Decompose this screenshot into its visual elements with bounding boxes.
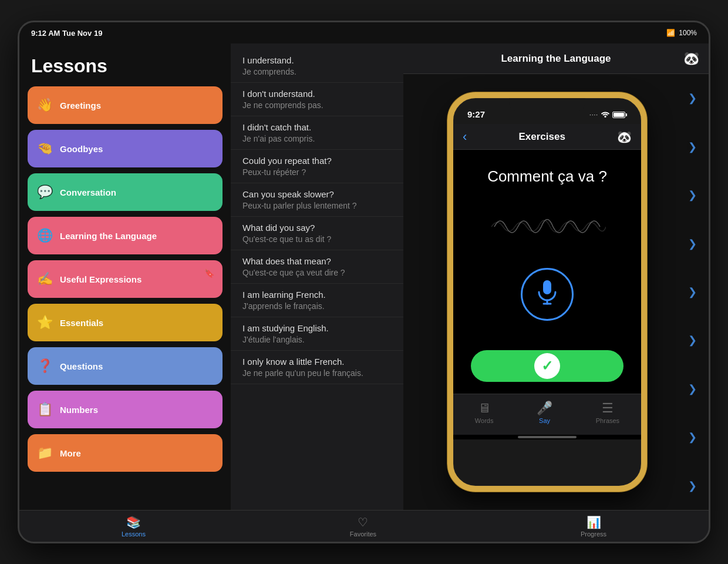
ipad-status-bar: 9:12 AM Tue Nov 19 📶 100% bbox=[19, 22, 709, 43]
checkmark-icon: ✓ bbox=[541, 358, 553, 374]
panda-icon: 🐼 bbox=[683, 51, 699, 66]
phrase-english: Could you repeat that? bbox=[242, 156, 392, 166]
iphone-status-icons: ···· bbox=[589, 110, 627, 119]
lesson-label-conversation: Conversation bbox=[60, 187, 116, 197]
sidebar-title: Lessons bbox=[19, 43, 231, 86]
phrase-pair: I only know a little French. Je ne parle… bbox=[231, 351, 403, 384]
iphone-notch bbox=[509, 98, 585, 112]
phrase-french: J'étudie l'anglais. bbox=[242, 335, 392, 344]
nav-arrow-3[interactable]: ❯ bbox=[688, 189, 697, 202]
iphone-tab-bar: 🖥 Words 🎤 Say ☰ Phrases bbox=[453, 394, 641, 435]
lesson-label-numbers: Numbers bbox=[60, 405, 98, 415]
iphone-time: 9:27 bbox=[467, 109, 485, 119]
ipad-frame: 9:12 AM Tue Nov 19 📶 100% Lessons 👋 Gree… bbox=[18, 21, 710, 543]
mic-button[interactable] bbox=[521, 268, 574, 321]
phrase-english: I am studying English. bbox=[242, 323, 392, 333]
lesson-card-greetings[interactable]: 👋 Greetings bbox=[28, 86, 223, 124]
phrase-english: I don't understand. bbox=[242, 89, 392, 99]
iphone-tab-words[interactable]: 🖥 Words bbox=[475, 401, 494, 424]
iphone-home-indicator bbox=[453, 435, 641, 439]
phrase-french: Je comprends. bbox=[242, 67, 392, 76]
home-bar bbox=[518, 436, 577, 438]
iphone-tab-icon-words: 🖥 bbox=[478, 401, 491, 416]
iphone-tab-say[interactable]: 🎤 Say bbox=[537, 401, 552, 424]
bookmark-icon-useful: 🔖 bbox=[204, 268, 214, 278]
phrase-pair: What does that mean? Qu'est-ce que ça ve… bbox=[231, 250, 403, 284]
iphone-tab-icon-phrases: ☰ bbox=[602, 401, 614, 416]
iphone-nav-title: Exercises bbox=[518, 131, 565, 143]
sound-wave bbox=[488, 209, 606, 244]
ipad-tab-favorites[interactable]: ♡ Favorites bbox=[350, 515, 376, 538]
ipad-tab-icon-progress: 📊 bbox=[587, 515, 601, 529]
iphone-wifi-icon bbox=[601, 110, 610, 119]
phrase-english: I didn't catch that. bbox=[242, 122, 392, 132]
nav-arrow-5[interactable]: ❯ bbox=[688, 286, 697, 298]
nav-arrow-6[interactable]: ❯ bbox=[688, 334, 697, 347]
phrase-pair: I didn't catch that. Je n'ai pas compris… bbox=[231, 116, 403, 150]
lesson-icon-questions: ❓ bbox=[37, 358, 53, 374]
phrase-english: Can you speak slower? bbox=[242, 189, 392, 199]
phrase-french: Peux-tu répéter ? bbox=[242, 167, 392, 177]
sidebar: Lessons 👋 Greetings 🤏 Goodbyes 💬 Convers… bbox=[19, 43, 231, 510]
lesson-card-questions[interactable]: ❓ Questions bbox=[28, 347, 223, 385]
phrase-english: I am learning French. bbox=[242, 290, 392, 300]
lesson-card-conversation[interactable]: 💬 Conversation bbox=[28, 173, 223, 211]
lesson-card-learning[interactable]: 🌐 Learning the Language bbox=[28, 217, 223, 254]
lesson-label-learning: Learning the Language bbox=[60, 231, 157, 241]
right-nav-arrows: ❯ ❯ ❯ ❯ ❯ ❯ ❯ ❯ ❯ bbox=[682, 74, 703, 510]
iphone-nav: ‹ Exercises 🐼 bbox=[453, 124, 641, 150]
nav-arrow-2[interactable]: ❯ bbox=[688, 140, 697, 153]
lesson-icon-greetings: 👋 bbox=[37, 98, 53, 113]
mic-icon bbox=[537, 279, 558, 310]
phrase-french: Peux-tu parler plus lentement ? bbox=[242, 201, 392, 210]
phone-area: 9:27 ···· bbox=[403, 74, 709, 510]
phrase-french: Qu'est-ce que tu as dit ? bbox=[242, 234, 392, 244]
lesson-card-numbers[interactable]: 📋 Numbers bbox=[28, 391, 223, 428]
lesson-label-goodbyes: Goodbyes bbox=[60, 144, 103, 154]
iphone-frame: 9:27 ···· bbox=[447, 92, 647, 492]
ipad-main-content: Lessons 👋 Greetings 🤏 Goodbyes 💬 Convers… bbox=[19, 43, 709, 510]
ipad-tab-progress[interactable]: 📊 Progress bbox=[581, 515, 606, 538]
phrase-pair: Could you repeat that? Peux-tu répéter ? bbox=[231, 150, 403, 183]
nav-arrow-7[interactable]: ❯ bbox=[688, 382, 697, 395]
ipad-tab-bar: 📚 Lessons ♡ Favorites 📊 Progress bbox=[19, 510, 709, 542]
lesson-card-goodbyes[interactable]: 🤏 Goodbyes bbox=[28, 130, 223, 167]
success-check-circle: ✓ bbox=[534, 353, 560, 379]
iphone-signal-icon: ···· bbox=[589, 112, 598, 118]
ipad-tab-label-favorites: Favorites bbox=[350, 531, 376, 538]
phrase-english: I only know a little French. bbox=[242, 357, 392, 367]
lesson-card-essentials[interactable]: ⭐ Essentials bbox=[28, 304, 223, 341]
phrase-french: Je n'ai pas compris. bbox=[242, 134, 392, 143]
lesson-icon-goodbyes: 🤏 bbox=[37, 141, 53, 156]
lesson-icon-conversation: 💬 bbox=[37, 184, 53, 200]
lesson-label-more: More bbox=[60, 448, 81, 458]
nav-arrow-1[interactable]: ❯ bbox=[688, 92, 697, 105]
nav-arrow-9[interactable]: ❯ bbox=[688, 479, 697, 492]
lesson-label-greetings: Greetings bbox=[60, 100, 101, 110]
svg-point-0 bbox=[604, 116, 606, 118]
lesson-card-useful[interactable]: ✍ Useful Expressions 🔖 bbox=[28, 260, 223, 298]
right-panel: Learning the Language 🐼 ❯ ❯ ❯ ❯ ❯ ❯ ❯ ❯ … bbox=[403, 43, 709, 510]
ipad-tab-icon-lessons: 📚 bbox=[126, 515, 141, 529]
back-button[interactable]: ‹ bbox=[463, 129, 467, 145]
iphone-panda-icon: 🐼 bbox=[617, 130, 632, 144]
success-slider[interactable]: ✓ bbox=[471, 350, 623, 382]
iphone-tab-label-phrases: Phrases bbox=[596, 417, 619, 424]
iphone-tab-phrases[interactable]: ☰ Phrases bbox=[596, 401, 619, 424]
lesson-icon-more: 📁 bbox=[37, 445, 53, 461]
svg-rect-1 bbox=[543, 280, 551, 294]
phrase-english: I understand. bbox=[242, 55, 392, 65]
lesson-icon-numbers: 📋 bbox=[37, 402, 53, 417]
lesson-label-essentials: Essentials bbox=[60, 318, 103, 328]
phrase-pair: What did you say? Qu'est-ce que tu as di… bbox=[231, 217, 403, 250]
nav-arrow-8[interactable]: ❯ bbox=[688, 431, 697, 444]
nav-arrow-4[interactable]: ❯ bbox=[688, 237, 697, 250]
ipad-tab-lessons[interactable]: 📚 Lessons bbox=[122, 515, 146, 538]
phrase-english: What did you say? bbox=[242, 223, 392, 233]
iphone-battery-icon bbox=[612, 112, 627, 118]
lesson-label-useful: Useful Expressions bbox=[60, 274, 141, 284]
wifi-icon: 📶 bbox=[666, 29, 675, 37]
lesson-card-more[interactable]: 📁 More bbox=[28, 434, 223, 472]
phrases-list: I understand. Je comprends. I don't unde… bbox=[231, 43, 403, 510]
phrase-pair: Can you speak slower? Peux-tu parler plu… bbox=[231, 183, 403, 217]
